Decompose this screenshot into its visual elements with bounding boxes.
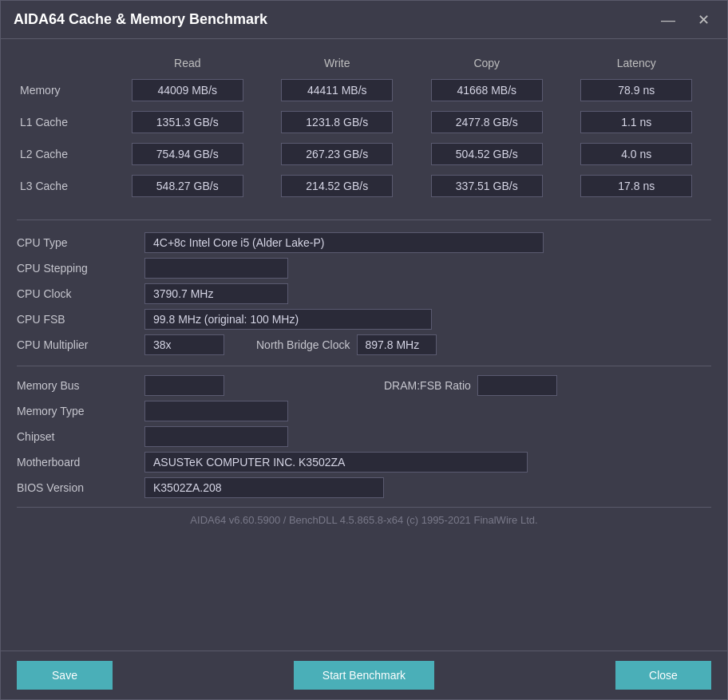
chipset-value xyxy=(144,426,288,447)
col-header-copy: Copy xyxy=(412,52,562,74)
window-title: AIDA64 Cache & Memory Benchmark xyxy=(14,11,267,28)
close-button-bottom[interactable]: Close xyxy=(615,661,711,690)
close-button[interactable]: ✕ xyxy=(693,11,714,29)
cpu-clock-row: CPU Clock 3790.7 MHz xyxy=(17,281,711,306)
cpu-clock-value: 3790.7 MHz xyxy=(144,283,288,304)
cpu-clock-label: CPU Clock xyxy=(17,287,144,300)
nb-clock-label: North Bridge Clock xyxy=(256,338,350,351)
row-label-memory: Memory xyxy=(17,74,113,106)
row-label-l3: L3 Cache xyxy=(17,170,113,202)
memory-type-value xyxy=(144,401,288,421)
l3-copy-value: 337.51 GB/s xyxy=(431,175,543,197)
motherboard-value: ASUSTeK COMPUTER INC. K3502ZA xyxy=(144,452,528,473)
l2-read-cell: 754.94 GB/s xyxy=(113,138,263,170)
bios-value: K3502ZA.208 xyxy=(144,477,384,498)
cpu-fsb-value: 99.8 MHz (original: 100 MHz) xyxy=(144,309,432,330)
cpu-stepping-row: CPU Stepping xyxy=(17,255,711,281)
dram-fsb-value xyxy=(477,375,557,396)
start-benchmark-button[interactable]: Start Benchmark xyxy=(294,661,434,690)
l2-copy-cell: 504.52 GB/s xyxy=(412,138,562,170)
l1-write-cell: 1231.8 GB/s xyxy=(263,106,413,138)
l2-latency-value: 4.0 ns xyxy=(580,143,692,165)
motherboard-label: Motherboard xyxy=(17,456,144,469)
memory-copy-value: 41668 MB/s xyxy=(431,79,543,101)
l3-latency-value: 17.8 ns xyxy=(580,175,692,197)
memory-copy-cell: 41668 MB/s xyxy=(412,74,562,106)
cpu-type-value: 4C+8c Intel Core i5 (Alder Lake-P) xyxy=(144,232,544,253)
chipset-row: Chipset xyxy=(17,424,711,449)
table-row: Memory 44009 MB/s 44411 MB/s 41668 MB/s … xyxy=(17,74,711,106)
row-label-l1: L1 Cache xyxy=(17,106,113,138)
col-header-latency: Latency xyxy=(562,52,712,74)
main-content: Read Write Copy Latency Memory 44009 MB/… xyxy=(1,39,727,651)
cpu-type-label: CPU Type xyxy=(17,236,144,249)
l1-latency-value: 1.1 ns xyxy=(580,111,692,133)
l3-write-cell: 214.52 GB/s xyxy=(263,170,413,202)
row-label-l2: L2 Cache xyxy=(17,138,113,170)
bios-version-row: BIOS Version K3502ZA.208 xyxy=(17,475,711,500)
l1-copy-value: 2477.8 GB/s xyxy=(431,111,543,133)
col-header-empty xyxy=(17,52,113,74)
save-button[interactable]: Save xyxy=(17,661,113,690)
benchmark-table: Read Write Copy Latency Memory 44009 MB/… xyxy=(17,52,711,202)
memory-bus-value xyxy=(144,375,224,396)
l1-read-value: 1351.3 GB/s xyxy=(132,111,243,133)
button-bar: Save Start Benchmark Close xyxy=(1,651,727,699)
memory-read-value: 44009 MB/s xyxy=(132,79,243,101)
cpu-multiplier-label: CPU Multiplier xyxy=(17,338,144,351)
minimize-button[interactable]: — xyxy=(656,11,680,29)
chipset-label: Chipset xyxy=(17,430,144,443)
table-row: L2 Cache 754.94 GB/s 267.23 GB/s 504.52 … xyxy=(17,138,711,170)
l3-latency-cell: 17.8 ns xyxy=(562,170,712,202)
col-header-read: Read xyxy=(113,52,263,74)
l1-write-value: 1231.8 GB/s xyxy=(281,111,393,133)
l3-write-value: 214.52 GB/s xyxy=(281,175,393,197)
l1-read-cell: 1351.3 GB/s xyxy=(113,106,263,138)
table-row: L3 Cache 548.27 GB/s 214.52 GB/s 337.51 … xyxy=(17,170,711,202)
memory-write-value: 44411 MB/s xyxy=(281,79,393,101)
cpu-stepping-value xyxy=(144,258,288,279)
memory-latency-value: 78.9 ns xyxy=(580,79,692,101)
l1-latency-cell: 1.1 ns xyxy=(562,106,712,138)
l3-read-value: 548.27 GB/s xyxy=(132,175,243,197)
cpu-type-row: CPU Type 4C+8c Intel Core i5 (Alder Lake… xyxy=(17,230,711,255)
l2-read-value: 754.94 GB/s xyxy=(132,143,243,165)
bios-label: BIOS Version xyxy=(17,481,144,494)
memory-read-cell: 44009 MB/s xyxy=(113,74,263,106)
cpu-multiplier-row: CPU Multiplier 38x North Bridge Clock 89… xyxy=(17,332,711,358)
col-header-write: Write xyxy=(263,52,413,74)
motherboard-row: Motherboard ASUSTeK COMPUTER INC. K3502Z… xyxy=(17,449,711,475)
nb-clock-value: 897.8 MHz xyxy=(357,334,437,355)
title-bar-controls: — ✕ xyxy=(656,11,714,29)
memory-bus-row: Memory Bus DRAM:FSB Ratio xyxy=(17,373,711,398)
memory-latency-cell: 78.9 ns xyxy=(562,74,712,106)
l2-copy-value: 504.52 GB/s xyxy=(431,143,543,165)
cpu-multiplier-value: 38x xyxy=(144,334,224,355)
l1-copy-cell: 2477.8 GB/s xyxy=(412,106,562,138)
l3-read-cell: 548.27 GB/s xyxy=(113,170,263,202)
l2-latency-cell: 4.0 ns xyxy=(562,138,712,170)
table-row: L1 Cache 1351.3 GB/s 1231.8 GB/s 2477.8 … xyxy=(17,106,711,138)
cpu-stepping-label: CPU Stepping xyxy=(17,262,144,275)
cpu-fsb-label: CPU FSB xyxy=(17,313,144,326)
l3-copy-cell: 337.51 GB/s xyxy=(412,170,562,202)
l2-write-cell: 267.23 GB/s xyxy=(263,138,413,170)
section-divider-2 xyxy=(17,366,711,366)
cpu-fsb-row: CPU FSB 99.8 MHz (original: 100 MHz) xyxy=(17,306,711,332)
l2-write-value: 267.23 GB/s xyxy=(281,143,393,165)
memory-type-row: Memory Type xyxy=(17,398,711,424)
dram-fsb-label: DRAM:FSB Ratio xyxy=(384,379,471,392)
memory-type-label: Memory Type xyxy=(17,405,144,417)
footer-text: AIDA64 v6.60.5900 / BenchDLL 4.5.865.8-x… xyxy=(17,507,711,529)
memory-write-cell: 44411 MB/s xyxy=(263,74,413,106)
main-window: AIDA64 Cache & Memory Benchmark — ✕ Read… xyxy=(0,0,728,700)
info-section: CPU Type 4C+8c Intel Core i5 (Alder Lake… xyxy=(17,230,711,500)
title-bar: AIDA64 Cache & Memory Benchmark — ✕ xyxy=(1,1,727,39)
memory-bus-label: Memory Bus xyxy=(17,379,144,392)
section-divider-1 xyxy=(17,219,711,220)
